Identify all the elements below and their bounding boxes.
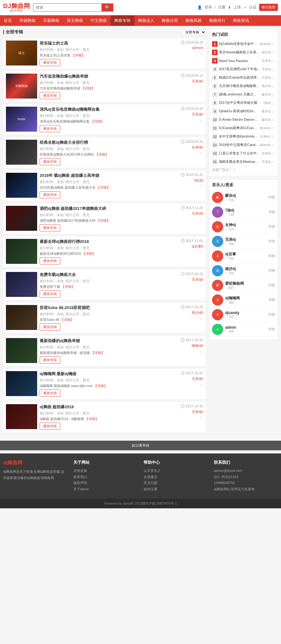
hot-text[interactable]: DjHaiOu-英荷dj时尚Sh... bbox=[219, 109, 260, 114]
hot-text[interactable]: 全中文国粤语ElectroHous... bbox=[219, 134, 259, 139]
nav-car[interactable]: 车载舞曲 bbox=[39, 15, 63, 26]
hot-text[interactable]: 精选DJCandy作品超强革... bbox=[219, 75, 260, 80]
star-button[interactable]: ☆ bbox=[199, 250, 203, 255]
footer-help-link[interactable]: 认证音乐人 bbox=[144, 468, 208, 474]
hot-text[interactable]: 英文House越南鼓上头英文... bbox=[219, 50, 260, 55]
play-icon[interactable]: ▷ bbox=[272, 109, 275, 114]
album-detail-link[interactable]: 【详细】 bbox=[82, 252, 96, 255]
play-album-button[interactable]: 播放专辑 bbox=[40, 423, 60, 430]
play-album-button[interactable]: 播放专辑 bbox=[40, 158, 60, 165]
musician-detail-link[interactable]: 详细 bbox=[268, 224, 275, 229]
search-button[interactable]: 🔍 bbox=[102, 3, 113, 12]
album-detail-link[interactable]: 【详细】 bbox=[85, 417, 99, 421]
play-icon[interactable]: ▷ bbox=[272, 92, 275, 97]
hot-text[interactable]: 2017全中文粤语串烧大碟 bbox=[219, 100, 262, 105]
play-album-button[interactable]: 播放专辑 bbox=[40, 224, 60, 231]
musician-detail-link[interactable]: 详细 bbox=[268, 298, 275, 302]
musician-detail-link[interactable]: 详细 bbox=[268, 239, 275, 244]
star-button[interactable]: ☆ bbox=[199, 151, 203, 156]
album-detail-link[interactable]: 【详细】 bbox=[60, 318, 74, 322]
play-album-button[interactable]: 播放专辑 bbox=[40, 390, 60, 397]
daily-rec-badge[interactable]: 每日推荐 bbox=[259, 4, 278, 11]
search-input[interactable] bbox=[33, 3, 102, 12]
play-icon[interactable]: ▷ bbox=[272, 159, 275, 164]
footer-help-link[interactable]: 如何注册 bbox=[144, 486, 208, 492]
star-button[interactable]: ☆ bbox=[199, 316, 203, 321]
album-detail-link[interactable]: 【详细】 bbox=[61, 285, 75, 288]
album-detail-link[interactable]: 【详细】 bbox=[95, 153, 109, 156]
footer-help-link[interactable]: 常见问题 bbox=[144, 480, 208, 486]
nav-english[interactable]: 英文舞曲 bbox=[63, 15, 87, 26]
star-button[interactable]: ☆ bbox=[199, 118, 203, 123]
hot-text[interactable]: 元旦倒计嗨音质dj嗨曲网... bbox=[219, 84, 260, 88]
play-album-button[interactable]: 播放专辑 bbox=[40, 59, 60, 66]
play-icon[interactable]: ▷ bbox=[272, 41, 275, 46]
album-filter-select[interactable]: 全部专辑 bbox=[182, 29, 206, 35]
star-button[interactable]: ☆ bbox=[199, 415, 203, 420]
musician-detail-link[interactable]: 详细 bbox=[268, 312, 275, 317]
footer-site-link[interactable]: 关于djvod bbox=[73, 486, 137, 492]
musician-detail-link[interactable]: 详细 bbox=[268, 254, 275, 258]
star-button[interactable]: ☆ bbox=[199, 184, 203, 189]
musician-detail-link[interactable]: 详细 bbox=[268, 195, 275, 200]
musician-detail-link[interactable]: 详细 bbox=[268, 327, 275, 332]
play-album-button[interactable]: 播放专辑 bbox=[40, 356, 60, 364]
play-album-button[interactable]: 播放专辑 bbox=[40, 323, 60, 331]
hot-text[interactable]: DJCandy国粤语DJCandy... bbox=[219, 126, 259, 130]
star-button[interactable]: ☆ bbox=[199, 217, 203, 222]
play-album-button[interactable]: 播放专辑 bbox=[40, 92, 60, 99]
play-icon[interactable]: ▷ bbox=[272, 100, 275, 105]
album-detail-link[interactable]: 【详细】 bbox=[96, 219, 110, 222]
nav-talent[interactable]: 舞曲达人 bbox=[134, 15, 158, 26]
play-icon[interactable]: ▷ bbox=[272, 126, 275, 131]
album-detail-link[interactable]: 【详细】 bbox=[81, 86, 95, 90]
upload-link[interactable]: 上传 bbox=[234, 5, 241, 10]
verify-link[interactable]: 认证 bbox=[249, 5, 257, 10]
play-album-button[interactable]: 播放专辑 bbox=[40, 125, 60, 132]
nav-chinese[interactable]: 中文舞曲 bbox=[87, 15, 111, 26]
play-album-button[interactable]: 播放专辑 bbox=[40, 191, 60, 198]
album-detail-link[interactable]: 【详细】 bbox=[94, 384, 107, 388]
site-logo[interactable]: DJ舞曲网 DJVOD bbox=[3, 2, 30, 12]
register-link[interactable]: 注册 bbox=[218, 5, 225, 10]
play-icon[interactable]: ▷ bbox=[272, 117, 275, 122]
play-icon[interactable]: ▷ bbox=[272, 134, 275, 139]
play-album-button[interactable]: 播放专辑 bbox=[40, 290, 60, 298]
nav-serial[interactable]: 串烧舞曲 bbox=[16, 15, 39, 26]
musician-detail-link[interactable]: 详细 bbox=[268, 268, 275, 273]
play-icon[interactable]: ▷ bbox=[272, 58, 275, 63]
hot-text[interactable]: [路疯.androver] 天籁之... bbox=[219, 92, 260, 97]
musician-detail-link[interactable]: 详细 bbox=[268, 210, 275, 214]
login-link[interactable]: 登录 bbox=[205, 5, 212, 10]
play-icon[interactable]: ▷ bbox=[272, 67, 275, 72]
star-button[interactable]: ☆ bbox=[199, 85, 203, 90]
star-button[interactable]: ☆ bbox=[199, 51, 203, 56]
footer-site-link[interactable]: 友情连接 bbox=[73, 468, 137, 474]
play-icon[interactable]: ▷ bbox=[272, 84, 275, 89]
hot-text[interactable]: 口是心非拿走了什么全中... bbox=[219, 151, 260, 156]
hot-text[interactable]: Need Your Passion bbox=[219, 59, 260, 63]
play-icon[interactable]: ▷ bbox=[272, 143, 275, 148]
star-button[interactable]: ☆ bbox=[199, 382, 203, 387]
star-button[interactable]: ☆ bbox=[199, 283, 203, 288]
footer-help-link[interactable]: 反馈建议 bbox=[144, 474, 208, 480]
hot-text[interactable]: D-Aman Electro Dance-飞... bbox=[219, 117, 260, 122]
hot-text[interactable]: 2018全中文国粤语Cand... bbox=[219, 143, 259, 147]
play-icon[interactable]: ▷ bbox=[272, 75, 275, 80]
play-icon[interactable]: ▷ bbox=[272, 50, 275, 55]
hot-text[interactable]: DjCaNidy优美劲洋金中文... bbox=[219, 41, 259, 46]
nav-news[interactable]: 舞曲资讯 bbox=[229, 15, 253, 26]
play-album-button[interactable]: 播放专辑 bbox=[40, 257, 60, 264]
musician-detail-link[interactable]: 详细 bbox=[268, 283, 275, 288]
album-detail-link[interactable]: 【详细】 bbox=[96, 186, 110, 189]
nav-chart[interactable]: 舞曲排行 bbox=[205, 15, 229, 26]
nav-album[interactable]: 舞曲专辑 bbox=[111, 15, 134, 26]
album-detail-link[interactable]: 【详细】 bbox=[71, 53, 85, 57]
star-button[interactable]: ☆ bbox=[199, 349, 203, 354]
hot-text[interactable]: 领跑车载金英文Mashup上... bbox=[219, 159, 260, 164]
album-detail-link[interactable]: 【详细】 bbox=[91, 351, 105, 355]
nav-home[interactable]: 首页 bbox=[0, 15, 16, 26]
footer-site-link[interactable]: 版权声明 bbox=[73, 480, 137, 486]
hot-text[interactable]: 2017皇后酒吧club下半场... bbox=[219, 67, 260, 71]
nav-category[interactable]: 舞曲分类 bbox=[158, 15, 182, 26]
